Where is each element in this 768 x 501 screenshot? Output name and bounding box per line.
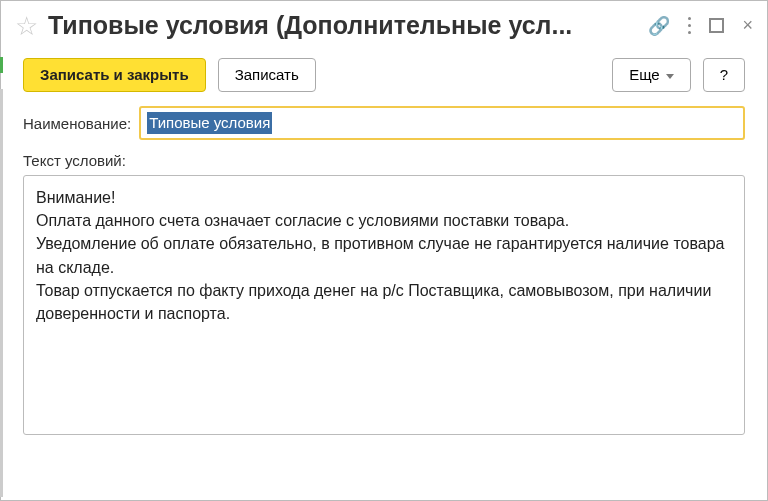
- window-controls: 🔗 ×: [648, 15, 753, 37]
- close-icon[interactable]: ×: [742, 15, 753, 36]
- name-label: Наименование:: [23, 115, 131, 132]
- save-and-close-button[interactable]: Записать и закрыть: [23, 58, 206, 92]
- link-icon[interactable]: 🔗: [648, 15, 670, 37]
- maximize-icon[interactable]: [709, 18, 724, 33]
- form: Наименование: Типовые условия Текст усло…: [1, 102, 767, 445]
- name-input[interactable]: Типовые условия: [139, 106, 745, 140]
- left-edge-rail: [0, 89, 3, 497]
- favorite-icon[interactable]: ☆: [15, 13, 38, 39]
- save-button[interactable]: Записать: [218, 58, 316, 92]
- more-button[interactable]: Еще: [612, 58, 691, 92]
- help-button[interactable]: ?: [703, 58, 745, 92]
- window-title: Типовые условия (Дополнительные усл...: [48, 11, 636, 40]
- window: ☆ Типовые условия (Дополнительные усл...…: [0, 0, 768, 501]
- name-input-selection: Типовые условия: [147, 112, 272, 134]
- kebab-menu-icon[interactable]: [688, 17, 691, 34]
- name-row: Наименование: Типовые условия: [23, 106, 745, 140]
- left-edge-accent: [0, 57, 3, 73]
- conditions-textarea[interactable]: Внимание! Оплата данного счета означает …: [23, 175, 745, 435]
- titlebar: ☆ Типовые условия (Дополнительные усл...…: [1, 1, 767, 46]
- conditions-label: Текст условий:: [23, 152, 745, 169]
- toolbar: Записать и закрыть Записать Еще ?: [1, 50, 767, 102]
